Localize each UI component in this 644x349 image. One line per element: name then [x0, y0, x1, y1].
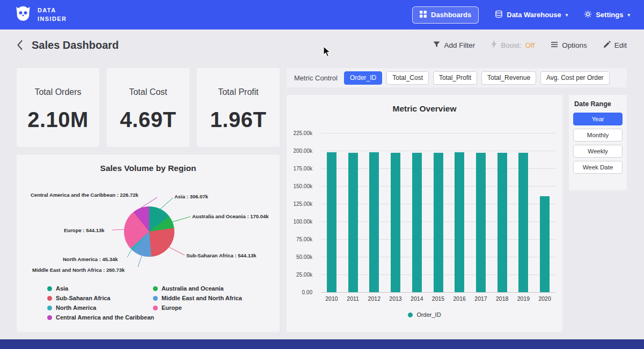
legend-item-europe: Europe — [153, 305, 242, 311]
x-axis-label-2018: 2018 — [492, 295, 513, 302]
kpi-card-total-cost: Total Cost 4.69T — [107, 68, 189, 147]
kpi-value: 2.10M — [17, 108, 99, 132]
metric-button-total-profit[interactable]: Total_Profit — [433, 71, 477, 85]
legend-label: Order_ID — [416, 311, 441, 318]
legend-item-middle-east-and-north-africa: Middle East and North Africa — [153, 295, 242, 301]
pie-callout-sub-saharan-africa: Sub-Saharan Africa : 544.13k — [186, 253, 257, 258]
kpi-card-total-profit: Total Profit 1.96T — [197, 68, 280, 147]
sales-volume-by-region-card: Sales Volume by Region Asia : 306.07kAus… — [17, 154, 280, 332]
pie-callout-asia: Asia : 306.07k — [174, 194, 208, 199]
data-warehouse-menu[interactable]: Data Warehouse ▾ — [495, 10, 568, 20]
legend-dot — [153, 306, 158, 310]
brand-line1: DATA — [38, 6, 67, 15]
edit-pencil-icon — [603, 41, 611, 50]
brand-text: DATA INSIDER — [38, 6, 67, 24]
legend-dot — [408, 313, 413, 317]
metric-button-avg-cost-per-order[interactable]: Avg. Cost per Order — [540, 71, 610, 85]
metric-button-order-id[interactable]: Order_ID — [344, 71, 382, 85]
footer-bar — [0, 339, 644, 349]
legend-dot — [47, 306, 52, 310]
date-range-button-year[interactable]: Year — [573, 113, 623, 125]
brand-home-link[interactable]: DATA INSIDER — [14, 5, 67, 25]
legend-text: Asia — [56, 285, 68, 292]
x-axis-label-2015: 2015 — [428, 295, 449, 302]
gridline — [321, 151, 555, 151]
add-filter-button[interactable]: Add Filter — [433, 41, 475, 49]
chevron-down-icon: ▾ — [566, 12, 568, 18]
x-axis-label-2017: 2017 — [470, 295, 492, 302]
y-axis-tick: 150.00k — [293, 183, 312, 189]
x-axis-label-2013: 2013 — [385, 295, 406, 302]
y-axis-tick: 200.00k — [293, 148, 312, 154]
legend-item-sub-saharan-africa: Sub-Saharan Africa — [47, 295, 153, 301]
y-axis: 225.00k200.00k175.00k150.00k125.00k100.0… — [287, 133, 317, 292]
bar-2019 — [518, 153, 528, 292]
kpi-card-total-orders: Total Orders 2.10M — [17, 68, 99, 147]
date-range-button-weekly[interactable]: Weekly — [573, 145, 623, 158]
date-range-button-week-date[interactable]: Week Date — [573, 161, 623, 174]
y-axis-tick: 125.00k — [293, 201, 312, 207]
bar-2011 — [348, 153, 358, 292]
date-range-button-monthly[interactable]: Monthly — [573, 129, 623, 142]
header-actions: Add Filter Boost: Off Options — [433, 40, 627, 50]
options-list-icon — [551, 41, 558, 50]
y-axis-tick: 100.00k — [293, 219, 312, 225]
x-axis-label-2014: 2014 — [406, 295, 428, 302]
y-axis-tick: 175.00k — [293, 166, 312, 172]
chevron-down-icon: ▾ — [627, 12, 630, 18]
pie-callout-middle-east-and-north-africa: Middle East and North Africa : 260.73k — [32, 267, 125, 273]
pie-circle — [124, 206, 174, 257]
x-axis-label-2011: 2011 — [342, 295, 364, 302]
legend-item-central-america-and-the-caribbean: Central America and the Caribbean — [47, 314, 153, 321]
kpi-label: Total Cost — [107, 87, 189, 97]
bar-2013 — [391, 153, 400, 292]
chevron-left-icon — [17, 40, 23, 50]
boost-toggle[interactable]: Boost: Off — [491, 40, 535, 50]
bar-2018 — [497, 153, 507, 292]
bar-2010 — [327, 152, 336, 292]
bar-2012 — [369, 152, 379, 292]
x-axis-label-2019: 2019 — [513, 295, 534, 302]
metric-button-total-revenue[interactable]: Total_Revenue — [481, 71, 536, 85]
top-navbar: DATA INSIDER Dashboards — [0, 0, 644, 29]
kpi-label: Total Profit — [197, 87, 280, 97]
date-range-title: Date Range — [574, 100, 623, 108]
legend-text: Central America and the Caribbean — [56, 314, 154, 321]
x-axis-label-2020: 2020 — [534, 295, 555, 302]
legend-item-australia-and-oceania: Australia and Oceania — [153, 285, 242, 292]
x-axis-label-2012: 2012 — [363, 295, 385, 302]
pie-callout-north-america: North America : 45.34k — [63, 256, 118, 262]
legend-column: Australia and OceaniaMiddle East and Nor… — [153, 285, 242, 321]
dashboard-header: Sales Dashboard Add Filter Boost: Off — [0, 29, 644, 61]
bar-2017 — [476, 153, 486, 292]
data-warehouse-label: Data Warehouse — [507, 11, 561, 19]
kpi-label: Total Orders — [17, 87, 99, 97]
edit-button[interactable]: Edit — [603, 41, 627, 50]
legend-text: North America — [56, 305, 96, 311]
options-button[interactable]: Options — [551, 41, 587, 50]
legend-dot — [153, 296, 158, 301]
settings-menu[interactable]: Settings ▾ — [584, 10, 630, 20]
gridline — [321, 292, 555, 293]
metric-button-total-cost[interactable]: Total_Cost — [386, 71, 429, 85]
gridline — [321, 133, 555, 133]
bar-2014 — [412, 153, 422, 292]
add-filter-label: Add Filter — [444, 41, 475, 49]
back-button[interactable] — [17, 40, 23, 50]
legend-item-asia: Asia — [47, 285, 153, 292]
date-range-buttons: YearMonthlyWeeklyWeek Date — [573, 113, 623, 174]
brand-line2: INSIDER — [38, 15, 67, 24]
kpi-value: 4.69T — [107, 108, 189, 132]
bar-chart-title: Metric Overview — [287, 95, 562, 114]
gear-icon — [584, 10, 592, 20]
pie-chart-title: Sales Volume by Region — [17, 154, 280, 173]
dashboards-button[interactable]: Dashboards — [412, 6, 479, 24]
database-icon — [495, 10, 503, 20]
dashboards-grid-icon — [420, 11, 427, 19]
boost-state: Off — [525, 41, 535, 49]
x-axis: 2010201120122013201420152016201720182019… — [321, 295, 555, 303]
legend-item-north-america: North America — [47, 305, 153, 311]
page-title: Sales Dashboard — [32, 39, 119, 51]
legend-column: AsiaSub-Saharan AfricaNorth AmericaCentr… — [47, 285, 153, 321]
legend-dot — [47, 296, 52, 301]
